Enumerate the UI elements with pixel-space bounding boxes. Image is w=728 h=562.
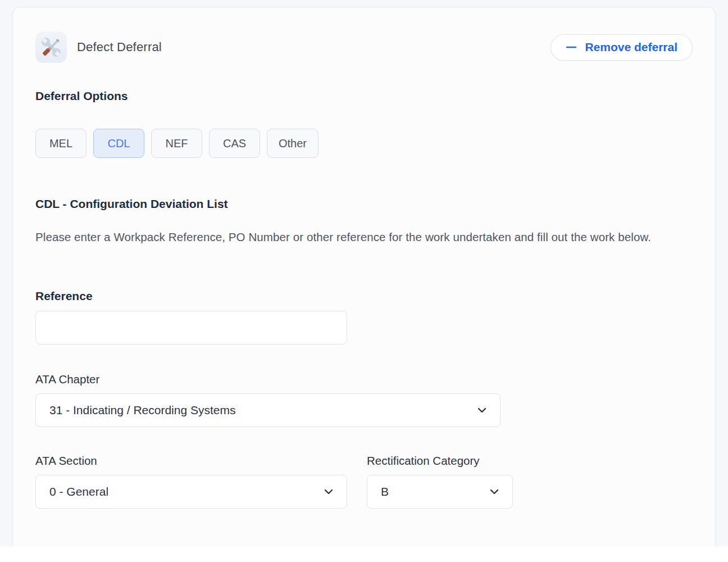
deferral-options-group: MEL CDL NEF CAS Other (35, 129, 693, 158)
option-cas-button[interactable]: CAS (209, 129, 260, 158)
option-mel-button[interactable]: MEL (35, 129, 87, 158)
reference-input[interactable] (35, 311, 347, 345)
remove-deferral-label: Remove deferral (585, 40, 677, 54)
rectification-category-label: Rectification Category (367, 454, 513, 468)
remove-deferral-button[interactable]: Remove deferral (550, 34, 693, 61)
ata-section-label: ATA Section (35, 454, 347, 468)
defect-deferral-card: Defect Deferral Remove deferral Deferral… (12, 7, 716, 546)
field-row: ATA Section 0 - General Rectification Ca… (35, 454, 693, 509)
minus-icon (566, 42, 577, 53)
rectification-category-value: B (381, 485, 389, 498)
tools-icon (35, 31, 67, 63)
ata-chapter-select[interactable]: 31 - Indicating / Recording Systems (35, 393, 501, 427)
cdl-section-heading: CDL - Configuration Deviation List (35, 197, 693, 211)
card-header: Defect Deferral Remove deferral (35, 31, 693, 63)
ata-chapter-label: ATA Chapter (35, 373, 693, 386)
option-nef-button[interactable]: NEF (151, 129, 202, 158)
option-other-button[interactable]: Other (267, 129, 319, 158)
page-background: Defect Deferral Remove deferral Deferral… (0, 0, 728, 546)
option-cdl-button[interactable]: CDL (93, 129, 144, 158)
ata-chapter-value: 31 - Indicating / Recording Systems (49, 404, 236, 417)
cdl-section-description: Please enter a Workpack Reference, PO Nu… (35, 228, 691, 247)
chevron-down-icon (323, 486, 334, 497)
ata-section-value: 0 - General (49, 485, 108, 498)
ata-section-select[interactable]: 0 - General (35, 475, 347, 509)
chevron-down-icon (489, 486, 500, 497)
chevron-down-icon (476, 405, 488, 416)
reference-label: Reference (35, 289, 693, 303)
rectification-category-select[interactable]: B (367, 475, 513, 509)
page-title: Defect Deferral (77, 40, 162, 55)
deferral-options-heading: Deferral Options (35, 89, 693, 103)
